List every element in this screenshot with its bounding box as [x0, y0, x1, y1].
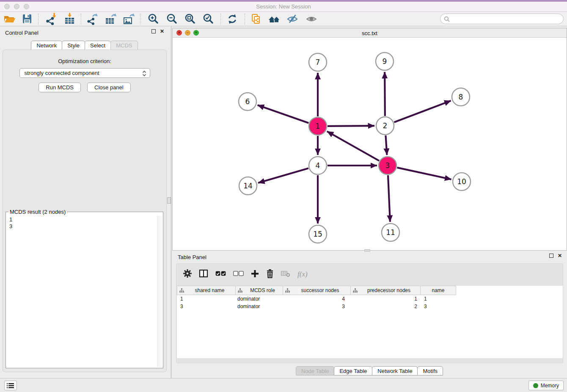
table-header-row: shared name MCDS role successor nodes pr… [177, 286, 563, 295]
column-header-shared-name[interactable]: shared name [177, 286, 236, 295]
float-table-panel-icon[interactable] [549, 254, 553, 258]
graph-edge-3-11[interactable] [388, 175, 390, 222]
import-network-icon[interactable] [44, 13, 58, 25]
optimization-criterion-dropdown[interactable]: strongly connected component [19, 68, 150, 78]
select-all-columns-icon[interactable] [215, 271, 226, 278]
node-table: shared name MCDS role successor nodes pr… [177, 286, 563, 358]
graph-edge-1-2[interactable] [328, 126, 374, 126]
cell-predecessor-nodes[interactable]: 2 [351, 304, 421, 310]
control-panel-tabs: Network Style Select MCDS [0, 41, 169, 50]
zoom-selected-icon[interactable] [201, 13, 215, 25]
optimization-criterion-label: Optimization criterion: [3, 50, 166, 64]
memory-label: Memory [541, 383, 559, 389]
column-type-icon [353, 288, 358, 293]
graph-node-label-15: 15 [313, 230, 322, 238]
cell-name[interactable]: 1 [421, 296, 456, 303]
dropdown-stepper-icon [142, 70, 146, 77]
cell-mcds-role[interactable]: dominator [236, 296, 283, 303]
import-table-icon[interactable] [63, 13, 77, 25]
table-panel-tabs: Node Table Edge Table Network Table Moti… [172, 366, 567, 375]
cell-name[interactable]: 3 [421, 304, 456, 310]
graph-node-label-8: 8 [459, 93, 463, 101]
zoom-fit-icon[interactable] [183, 13, 197, 25]
export-network-icon[interactable] [85, 13, 99, 25]
vertical-splitter[interactable] [171, 26, 171, 378]
refresh-view-icon[interactable] [225, 13, 239, 25]
column-header-mcds-role[interactable]: MCDS role [236, 286, 283, 295]
table-row[interactable]: 3 dominator 3 2 3 [177, 304, 563, 310]
clone-network-icon[interactable] [249, 13, 263, 25]
tab-select[interactable]: Select [85, 41, 111, 50]
cell-shared-name[interactable]: 1 [177, 296, 236, 303]
graph-node-label-9: 9 [383, 57, 387, 66]
export-image-icon[interactable] [122, 13, 136, 25]
save-session-icon[interactable] [20, 13, 34, 25]
graph-node-label-4: 4 [316, 161, 320, 170]
graph-edge-3-1[interactable] [327, 131, 379, 160]
mcds-result-line: 3 [9, 223, 163, 230]
close-panel-icon[interactable]: ✕ [160, 29, 164, 33]
close-panel-button[interactable]: Close panel [87, 83, 131, 92]
dropdown-value: strongly connected component [25, 70, 99, 76]
mcds-result-box: MCDS result (2 nodes) 1 3 [6, 209, 163, 368]
control-panel: Control Panel ✕ Network Style Select MCD… [0, 26, 169, 378]
unselect-all-columns-icon[interactable] [233, 271, 244, 278]
status-bar: Memory [0, 378, 567, 392]
graph-node-label-11: 11 [386, 228, 395, 237]
cell-shared-name[interactable]: 3 [177, 304, 236, 310]
show-column-panel-icon[interactable] [199, 269, 208, 279]
table-settings-gear-icon[interactable] [183, 269, 192, 279]
show-graphics-details-icon[interactable] [304, 13, 319, 25]
memory-button[interactable]: Memory [528, 381, 564, 390]
column-header-name[interactable]: name [421, 286, 456, 295]
graph-edge-1-6[interactable] [258, 105, 309, 123]
column-type-icon [179, 288, 184, 293]
search-field[interactable] [440, 14, 564, 24]
graph-edge-2-9[interactable] [385, 72, 385, 116]
graph-edge-3-10[interactable] [397, 168, 451, 179]
column-header-predecessor-nodes[interactable]: predecessor nodes [351, 286, 421, 295]
tab-network[interactable]: Network [31, 41, 62, 50]
cell-successor-nodes[interactable]: 4 [283, 296, 351, 303]
column-type-icon [285, 288, 290, 293]
column-header-successor-nodes[interactable]: successor nodes [283, 286, 351, 295]
tab-style[interactable]: Style [62, 41, 85, 50]
open-file-icon[interactable] [2, 13, 17, 25]
export-table-icon[interactable] [104, 13, 118, 25]
tab-motifs[interactable]: Motifs [417, 366, 443, 375]
zoom-out-icon[interactable] [165, 13, 179, 25]
close-table-panel-icon[interactable]: ✕ [558, 254, 562, 258]
zoom-in-icon[interactable] [146, 13, 160, 25]
tab-network-table[interactable]: Network Table [372, 366, 418, 375]
create-column-plus-icon[interactable] [251, 270, 259, 279]
graph-node-label-6: 6 [245, 97, 250, 106]
result-scrollbar[interactable] [157, 216, 162, 367]
tab-mcds[interactable]: MCDS [110, 41, 138, 50]
cell-mcds-role[interactable]: dominator [236, 304, 283, 310]
cell-predecessor-nodes[interactable]: 1 [351, 296, 421, 303]
graph-edge-4-14[interactable] [258, 168, 308, 183]
search-input[interactable] [452, 16, 563, 22]
task-history-button[interactable] [4, 381, 17, 390]
network-window-titlebar[interactable]: ✕ − + scc.txt [173, 28, 567, 38]
vertical-splitter-grip[interactable] [167, 197, 171, 204]
app-title: Session: New Session [0, 3, 567, 10]
delete-table-icon-disabled [281, 270, 290, 279]
tab-node-table[interactable]: Node Table [296, 366, 335, 375]
hide-graphics-details-icon[interactable] [286, 13, 300, 25]
float-panel-icon[interactable] [151, 29, 156, 33]
delete-column-trash-icon[interactable] [266, 269, 274, 280]
cell-successor-nodes[interactable]: 3 [283, 304, 351, 310]
network-canvas[interactable]: 7968124314101511 [173, 38, 567, 251]
tab-edge-table[interactable]: Edge Table [334, 366, 372, 375]
graph-edge-2-8[interactable] [394, 101, 451, 122]
horizontal-splitter-grip[interactable] [364, 249, 370, 251]
graph-edge-2-3[interactable] [385, 135, 387, 155]
network-overview-icon[interactable] [267, 13, 281, 25]
table-row[interactable]: 1 dominator 4 1 1 [177, 296, 563, 303]
graph-node-label-3: 3 [385, 161, 390, 170]
application-window: Session: New Session [0, 0, 567, 392]
table-panel-box: f(x) shared name MCDS role successor nod… [176, 263, 563, 363]
run-mcds-button[interactable]: Run MCDS [39, 83, 81, 92]
graph-node-label-14: 14 [243, 182, 253, 190]
